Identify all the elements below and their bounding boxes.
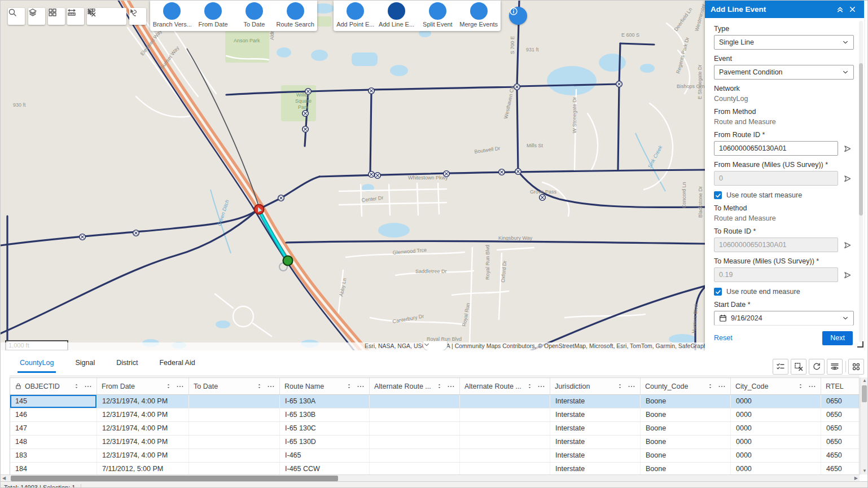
table-cell[interactable]: 0000 — [731, 408, 821, 421]
column-header-city-code[interactable]: City_Code — [731, 378, 821, 394]
column-menu-icon[interactable] — [628, 383, 635, 390]
table-cell[interactable] — [370, 422, 460, 435]
info-button[interactable] — [509, 7, 527, 25]
column-menu-icon[interactable] — [357, 383, 365, 390]
clear-selection-button[interactable] — [791, 359, 806, 375]
table-cell[interactable] — [370, 449, 460, 462]
sort-icon[interactable] — [346, 383, 352, 389]
table-cell[interactable]: 0000 — [731, 436, 821, 449]
type-select[interactable]: Single Line — [714, 35, 854, 50]
sort-icon[interactable] — [707, 383, 713, 389]
table-cell[interactable]: 0650 — [821, 395, 860, 408]
column-header-county-code[interactable]: County_Code — [641, 378, 731, 394]
table-cell[interactable]: Interstate — [550, 463, 641, 476]
table-cell[interactable]: Boone — [641, 395, 731, 408]
table-cell[interactable] — [370, 463, 460, 476]
table-row-148[interactable]: 14812/31/1974, 4:00 PMI-65 130DInterstat… — [10, 436, 859, 449]
table-cell[interactable]: Interstate — [550, 436, 641, 449]
table-cell[interactable]: I-65 130C — [280, 422, 370, 435]
scroll-up-arrow[interactable]: ▲ — [862, 377, 867, 384]
table-cell[interactable]: 12/31/1974, 4:00 PM — [97, 436, 189, 449]
column-menu-icon[interactable] — [808, 383, 816, 390]
pick-from-measure-button[interactable] — [840, 172, 854, 185]
split-event-button[interactable]: Split Event — [418, 1, 457, 28]
column-header-from-date[interactable]: From Date — [97, 378, 189, 394]
sort-icon[interactable] — [527, 383, 533, 389]
table-row-147[interactable]: 14712/31/1974, 4:00 PMI-65 130CInterstat… — [10, 422, 859, 436]
table-cell[interactable] — [460, 422, 550, 435]
pick-to-route-button[interactable] — [840, 238, 854, 252]
table-cell[interactable] — [460, 436, 550, 449]
column-header-route-name[interactable]: Route Name — [280, 378, 370, 394]
table-cell[interactable]: 0000 — [731, 449, 821, 462]
table-cell[interactable]: 0650 — [821, 436, 860, 449]
from-date-button[interactable]: From Date — [194, 1, 233, 28]
sort-icon[interactable] — [436, 383, 442, 389]
table-cell[interactable] — [460, 408, 550, 421]
table-cell[interactable]: Boone — [641, 436, 731, 449]
basemap-button[interactable] — [48, 8, 65, 25]
column-header-objectid[interactable]: OBJECTID — [10, 378, 97, 394]
table-cell[interactable]: I-65 130B — [280, 408, 370, 421]
sort-icon[interactable] — [617, 383, 623, 389]
table-cell[interactable] — [370, 436, 460, 449]
sort-icon[interactable] — [256, 383, 262, 389]
panel-scrollbar-thumb[interactable] — [859, 63, 863, 216]
table-vertical-scrollbar[interactable]: ▲ ▼ — [860, 377, 867, 474]
table-cell[interactable]: 4650 — [821, 449, 860, 462]
table-cell[interactable]: 12/31/1974, 4:00 PM — [97, 422, 189, 435]
table-cell[interactable]: 7/11/2012, 5:00 PM — [97, 463, 189, 476]
column-header-alternate-route[interactable]: Alternate Route ... — [370, 378, 460, 394]
collapse-panel-button[interactable] — [834, 3, 846, 16]
table-horizontal-scrollbar[interactable]: ◀ ▶ — [1, 474, 860, 481]
sort-icon[interactable] — [73, 383, 80, 389]
column-header-rtel[interactable]: RTEL — [821, 378, 860, 394]
table-cell[interactable]: Interstate — [550, 422, 641, 435]
use-route-end-measure-checkbox[interactable]: Use route end measure — [714, 288, 854, 296]
add-line-e-button[interactable]: Add Line E... — [378, 1, 416, 28]
table-cell[interactable]: 12/31/1974, 4:00 PM — [97, 395, 189, 408]
sort-icon[interactable] — [165, 383, 172, 389]
column-menu-icon[interactable] — [267, 383, 275, 390]
toggle-columns-button[interactable] — [827, 359, 843, 375]
table-cell[interactable]: Boone — [641, 463, 731, 476]
table-cell[interactable]: 4650 — [821, 463, 860, 476]
pick-to-measure-button[interactable] — [840, 268, 854, 282]
scroll-down-arrow[interactable]: ▼ — [862, 468, 867, 474]
vertical-scroll-thumb[interactable] — [862, 385, 867, 402]
column-menu-icon[interactable] — [447, 383, 455, 390]
table-cell[interactable]: 0000 — [731, 463, 821, 476]
table-cell[interactable]: I-65 130A — [280, 395, 370, 408]
close-panel-button[interactable] — [846, 3, 858, 16]
column-menu-icon[interactable] — [718, 383, 726, 390]
table-cell[interactable] — [460, 463, 550, 476]
tab-federal-aid[interactable]: Federal Aid — [157, 354, 197, 371]
table-cell[interactable] — [189, 436, 280, 449]
tab-district[interactable]: District — [114, 354, 140, 371]
table-cell[interactable]: Boone — [641, 422, 731, 435]
table-row-146[interactable]: 14612/31/1974, 4:00 PMI-65 130BInterstat… — [10, 408, 859, 422]
column-header-to-date[interactable]: To Date — [189, 378, 280, 394]
table-cell[interactable]: 12/31/1974, 4:00 PM — [97, 408, 189, 421]
checkbox-checked-icon[interactable] — [714, 288, 722, 296]
table-cell[interactable]: 145 — [10, 395, 97, 408]
table-cell[interactable]: Interstate — [550, 395, 641, 408]
to-date-button[interactable]: To Date — [235, 1, 273, 28]
event-select[interactable]: Pavement Condition — [714, 65, 854, 80]
table-cell[interactable] — [189, 422, 280, 435]
table-cell[interactable]: I-65 130D — [280, 436, 370, 449]
table-cell[interactable] — [189, 408, 280, 421]
sort-icon[interactable] — [797, 383, 804, 389]
panel-scrollbar[interactable] — [859, 21, 863, 342]
pick-from-route-button[interactable] — [840, 142, 854, 155]
column-menu-icon[interactable] — [84, 383, 92, 390]
refresh-button[interactable] — [809, 359, 825, 375]
route-search-button[interactable]: Route Search — [276, 1, 314, 28]
table-cell[interactable]: 148 — [10, 436, 97, 449]
table-cell[interactable]: Interstate — [550, 449, 641, 462]
horizontal-scroll-thumb[interactable] — [11, 476, 338, 481]
checkbox-checked-icon[interactable] — [714, 191, 722, 199]
tab-countylog[interactable]: CountyLog — [17, 354, 56, 373]
column-menu-icon[interactable] — [537, 383, 545, 390]
reset-link[interactable]: Reset — [714, 334, 733, 342]
